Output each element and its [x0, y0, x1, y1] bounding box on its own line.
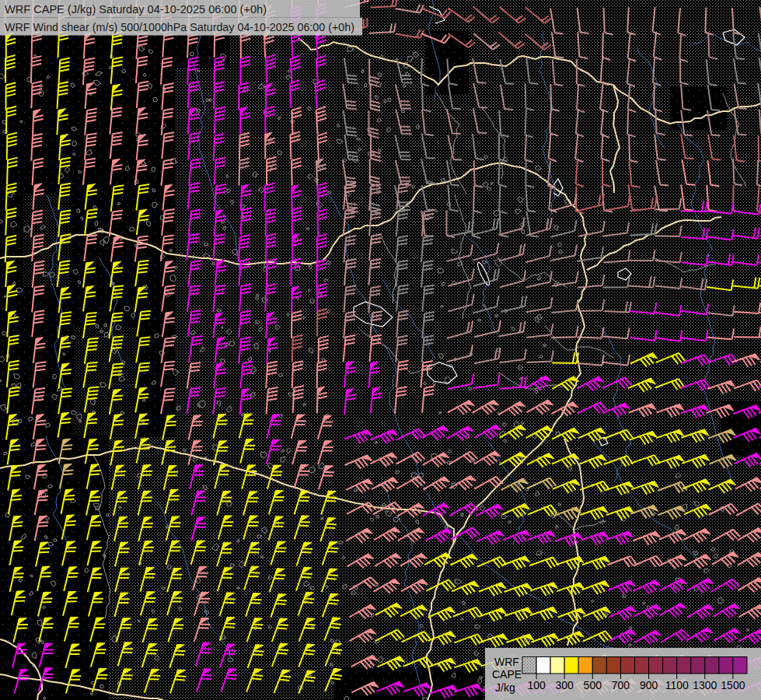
svg-text:WRF CAPE (J/kg) Saturday 04-10: WRF CAPE (J/kg) Saturday 04-10-2025 06:0… — [5, 2, 267, 16]
svg-text:J/kg: J/kg — [495, 681, 515, 694]
svg-text:1500: 1500 — [721, 679, 745, 691]
svg-text:1100: 1100 — [665, 679, 689, 691]
svg-text:WRF: WRF — [494, 656, 519, 668]
svg-text:WRF Wind shear (m/s) 500/1000h: WRF Wind shear (m/s) 500/1000hPa Saturda… — [5, 20, 354, 33]
svg-text:500: 500 — [584, 679, 602, 691]
svg-text:1300: 1300 — [693, 679, 717, 691]
svg-text:CAPE: CAPE — [492, 668, 522, 681]
svg-text:900: 900 — [640, 679, 658, 691]
svg-text:100: 100 — [527, 679, 546, 691]
svg-text:700: 700 — [612, 679, 630, 691]
svg-text:300: 300 — [556, 679, 574, 691]
